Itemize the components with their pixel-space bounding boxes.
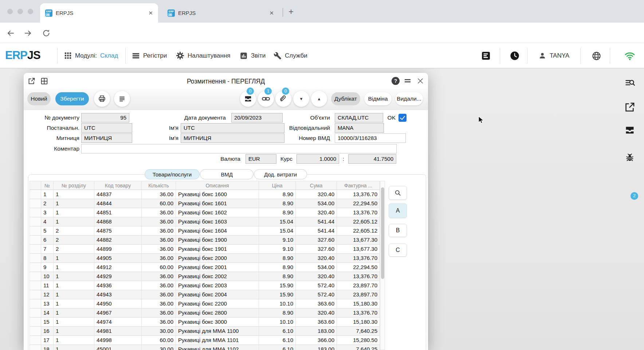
- table-cell: 1: [54, 336, 94, 345]
- customs-name-label: Ім'я: [164, 133, 178, 143]
- window-zoom-button[interactable]: [28, 9, 33, 14]
- table-cell: 13,376.70: [337, 208, 380, 217]
- table-cell: 327.60: [296, 236, 337, 245]
- table-cell: Рукавиці бокс 1900: [176, 236, 259, 245]
- nav-registers[interactable]: Регістри: [132, 43, 167, 68]
- browser-tab-2[interactable]: ERP JS ERPJS ✕: [162, 3, 279, 23]
- table-cell: 36.00: [142, 245, 176, 254]
- vmd-field[interactable]: 10000/3/116283: [335, 133, 406, 143]
- filter-c-button[interactable]: C: [389, 244, 407, 257]
- date-field[interactable]: 20/09/2023: [231, 113, 283, 122]
- table-cell: 23,897.70: [337, 290, 380, 299]
- supplier-label: Постачальн.: [32, 123, 79, 133]
- browser-tab-strip: ERP JS ERPJS ✕ ERP JS ERPJS ✕ +: [0, 0, 644, 23]
- table-cell: 8.90: [259, 272, 296, 281]
- comment-field[interactable]: [81, 144, 397, 153]
- doc-no-field[interactable]: 95: [81, 113, 129, 122]
- customs-field[interactable]: МИТНИЦЯ: [81, 133, 132, 143]
- table-cell: 1: [54, 290, 94, 299]
- browser-tab-1[interactable]: ERP JS ERPJS ✕: [40, 3, 158, 23]
- table-cell: 8.90: [259, 254, 296, 263]
- back-icon[interactable]: [6, 29, 15, 38]
- table-cell: 534.00: [296, 263, 337, 272]
- nav-divider: [57, 48, 58, 64]
- table-cell: 1: [54, 208, 94, 217]
- vmd-label: Номер ВМД: [283, 133, 330, 143]
- supplier-field[interactable]: UTC: [81, 123, 132, 133]
- customs-name-field[interactable]: МИТНИЦЯ: [181, 133, 284, 143]
- nav-settings[interactable]: Налаштування: [176, 43, 231, 68]
- table-cell: [30, 263, 41, 272]
- open-external-button[interactable]: [624, 102, 635, 113]
- objects-label: Об'єкти: [294, 113, 330, 122]
- nav-module-value[interactable]: Склад: [100, 52, 118, 59]
- new-tab-button[interactable]: +: [288, 7, 294, 16]
- table-cell: 1: [54, 272, 94, 281]
- duplicate-button[interactable]: Дублікат: [331, 92, 360, 105]
- objects-field[interactable]: СКЛАД,UTC: [335, 113, 383, 122]
- tab-extra-costs[interactable]: Дод. витрати: [254, 169, 307, 179]
- nav-services[interactable]: Служби: [274, 43, 307, 68]
- table-cell: 1: [54, 190, 94, 199]
- search-list-button[interactable]: [624, 78, 635, 89]
- table-cell: 22,605.12: [337, 226, 380, 236]
- dialog-title: Розмитнення - ПЕРЕГЛЯД: [24, 78, 428, 85]
- table-cell: 36.00: [142, 254, 176, 263]
- save-button[interactable]: Зберегти: [55, 92, 89, 105]
- nav-user[interactable]: TANYA: [538, 43, 569, 68]
- debug-button[interactable]: [624, 152, 635, 163]
- delete-button[interactable]: Видали...: [395, 92, 423, 105]
- filter-b-button[interactable]: B: [389, 224, 407, 237]
- table-scrollbar[interactable]: [380, 181, 385, 350]
- tab-close-icon[interactable]: ✕: [269, 10, 274, 16]
- erpjs-logo[interactable]: ERPJS: [5, 49, 40, 62]
- history-button[interactable]: [508, 50, 521, 62]
- expand-down-button[interactable]: ▼: [293, 91, 309, 107]
- nav-reports[interactable]: Звіти: [240, 43, 266, 68]
- nav-services-label: Служби: [285, 52, 307, 59]
- new-button[interactable]: Новий: [27, 92, 51, 105]
- tab-vmd[interactable]: ВМД: [200, 169, 254, 179]
- log-lines-button[interactable]: [114, 91, 130, 107]
- reload-icon[interactable]: [42, 29, 51, 38]
- table-cell: Рукавиці бокс 2003: [176, 281, 259, 290]
- table-cell: 327.60: [296, 245, 337, 254]
- currency-field[interactable]: EUR: [246, 154, 276, 164]
- table-cell: 44936: [94, 281, 142, 290]
- help-button[interactable]: ?: [392, 77, 400, 85]
- table-cell: [30, 217, 41, 226]
- nav-modules[interactable]: Модулі: Склад: [64, 43, 118, 68]
- supplier-name-field[interactable]: UTC: [181, 123, 284, 133]
- collapse-up-button[interactable]: ▲: [311, 91, 327, 107]
- rate-left-field[interactable]: 1.0000: [297, 154, 339, 164]
- tab-title: ERPJS: [56, 10, 142, 16]
- table-cell: Рукавиці бокс 1602: [176, 208, 259, 217]
- window-close-button[interactable]: [7, 9, 13, 14]
- table-search-button[interactable]: [389, 186, 407, 200]
- responsible-field[interactable]: MANA: [335, 123, 384, 133]
- feed-button[interactable]: [480, 50, 492, 62]
- print-button[interactable]: [94, 91, 110, 107]
- table-cell: 541.44: [296, 226, 337, 236]
- minimize-icon[interactable]: [405, 79, 411, 83]
- tab-close-icon[interactable]: ✕: [148, 10, 153, 16]
- rate-right-field[interactable]: 41.7500: [348, 154, 396, 164]
- table-cell: 320.40: [296, 254, 337, 263]
- browser-toolbar: s.erpjs.biz/test-service/# G文 ⋮: [0, 23, 644, 43]
- table-cell: 9.10: [259, 236, 296, 245]
- table-cell: Рукавиці бокс 2000: [176, 254, 259, 263]
- tab-goods-services[interactable]: Товари/послуги: [145, 169, 200, 179]
- scrollbar-thumb[interactable]: [381, 187, 384, 279]
- ok-checkbox[interactable]: [398, 114, 407, 122]
- table-cell: 15.04: [259, 226, 296, 236]
- close-icon[interactable]: [416, 77, 424, 85]
- cancel-button[interactable]: Відміна: [364, 92, 392, 105]
- window-minimize-button[interactable]: [17, 9, 23, 14]
- forward-icon[interactable]: [24, 29, 32, 38]
- filter-a-button[interactable]: A: [389, 203, 407, 218]
- table-cell: 44882: [94, 236, 142, 245]
- inbox-button[interactable]: [624, 125, 635, 136]
- table-cell: 183.00: [296, 345, 337, 350]
- table-cell: 60.00: [142, 336, 176, 345]
- language-button[interactable]: [590, 50, 602, 62]
